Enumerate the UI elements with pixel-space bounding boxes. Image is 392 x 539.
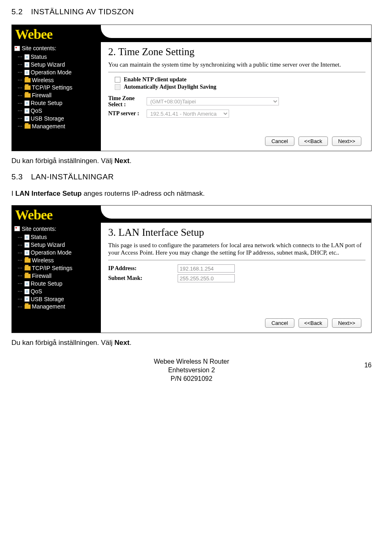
ip-address-input[interactable] (178, 264, 235, 273)
page-icon (24, 70, 29, 75)
sidebar-item-management[interactable]: ⋯Management (18, 123, 99, 130)
checkbox-label: Automatically Adjust Daylight Saving (124, 84, 216, 90)
sidebar-item-route-setup[interactable]: ⋯Route Setup (18, 99, 99, 107)
page-icon (24, 235, 29, 240)
sidebar-item-usb-storage[interactable]: ⋯USB Storage (18, 115, 99, 123)
sidebar-header: Site contents: (14, 45, 99, 52)
page-icon (24, 116, 29, 121)
section-title-text: INSTÄLLNING AV TIDSZON (31, 7, 134, 16)
panel-desc: You can maintain the system time by sync… (108, 61, 365, 69)
timezone-field: Time Zone Select : (GMT+08:00)Taipei (108, 95, 365, 108)
sidebar-item-label: TCP/IP Settings (32, 84, 72, 92)
sidebar-item-label: USB Storage (31, 115, 64, 123)
section-title-text: LAN-INSTÄLLNINGAR (31, 172, 114, 181)
ntp-server-field: NTP server : 192.5.41.41 - North America (108, 110, 365, 118)
sidebar-item-label: Management (32, 303, 65, 311)
header-bar (101, 25, 371, 42)
logo-cell: Webee (12, 206, 101, 223)
panel-desc: This page is used to configure the param… (108, 242, 365, 257)
sidebar-item-wireless[interactable]: ⋯Wireless (18, 76, 99, 84)
panel-title: 3. LAN Interface Setup (108, 227, 365, 238)
sidebar-header-label: Site contents: (22, 225, 56, 233)
sidebar-item-operation-mode[interactable]: ⋯Operation Mode (18, 69, 99, 76)
page-icon (24, 250, 29, 255)
page-footer: Webee Wireless N Router Enhetsversion 2 … (11, 358, 372, 383)
content-panel-timezone: 2. Time Zone Setting You can maintain th… (101, 42, 371, 151)
folder-icon (24, 124, 31, 129)
checkbox-daylight-saving[interactable]: Automatically Adjust Daylight Saving (115, 84, 365, 90)
sidebar-item-operation-mode[interactable]: ⋯Operation Mode (18, 249, 99, 257)
webee-logo: Webee (15, 27, 97, 41)
page-icon (24, 108, 29, 114)
paragraph-skip-2: Du kan förbigå inställningen. Välj Next. (11, 339, 372, 347)
para-text: Du kan förbigå inställningen. Välj (11, 339, 114, 347)
sidebar-item-label: QoS (31, 107, 42, 115)
page-icon (24, 54, 29, 60)
sidebar-item-label: Wireless (32, 257, 54, 264)
sidebar-item-label: Management (32, 123, 65, 130)
sidebar-item-label: Wireless (32, 76, 54, 84)
sidebar-item-tcpip[interactable]: ⋯TCP/IP Settings (18, 84, 99, 92)
section-heading-52: 5.2INSTÄLLNING AV TIDSZON (11, 7, 372, 16)
sidebar-item-label: Firewall (32, 272, 51, 280)
checkbox-icon (115, 77, 120, 83)
page-icon (24, 242, 29, 248)
sidebar-item-label: Firewall (32, 92, 51, 99)
button-row: Cancel <<Back Next>> (108, 318, 365, 328)
next-button[interactable]: Next>> (332, 318, 361, 328)
subnet-mask-input[interactable] (178, 274, 235, 282)
page-icon (24, 62, 29, 67)
sidebar-item-label: Status (31, 233, 47, 241)
sidebar-item-setup-wizard[interactable]: ⋯Setup Wizard (18, 241, 99, 249)
next-button[interactable]: Next>> (332, 136, 361, 146)
router-window-lan: Webee Site contents: ⋯Status ⋯Setup Wiza… (11, 205, 372, 333)
back-button[interactable]: <<Back (298, 136, 328, 146)
sidebar-item-tcpip[interactable]: ⋯TCP/IP Settings (18, 264, 99, 272)
panel-title: 2. Time Zone Setting (108, 46, 365, 58)
sidebar-item-status[interactable]: ⋯Status (18, 53, 99, 61)
para-text: . (129, 157, 131, 165)
sidebar-item-setup-wizard[interactable]: ⋯Setup Wizard (18, 61, 99, 69)
page-icon (24, 281, 29, 286)
sidebar-item-firewall[interactable]: ⋯Firewall (18, 272, 99, 280)
cancel-button[interactable]: Cancel (265, 136, 294, 146)
button-row: Cancel <<Back Next>> (108, 136, 365, 146)
content-panel-lan: 3. LAN Interface Setup This page is used… (101, 223, 371, 333)
sidebar-item-label: USB Storage (31, 295, 64, 303)
page-icon (24, 289, 29, 294)
ntp-server-select[interactable]: 192.5.41.41 - North America (147, 110, 229, 118)
checkbox-label: Enable NTP client update (124, 76, 187, 83)
folder-icon (24, 78, 31, 83)
sidebar-item-qos[interactable]: ⋯QoS (18, 288, 99, 295)
timezone-select[interactable]: (GMT+08:00)Taipei (147, 97, 279, 105)
sidebar-item-usb-storage[interactable]: ⋯USB Storage (18, 295, 99, 303)
paragraph-skip-1: Du kan förbigå inställningen. Välj Next. (11, 157, 372, 165)
subnet-mask-label: Subnet Mask: (108, 275, 178, 281)
sidebar-item-wireless[interactable]: ⋯Wireless (18, 257, 99, 264)
section-num: 5.2 (11, 7, 23, 16)
folder-icon (24, 304, 31, 309)
cancel-button[interactable]: Cancel (265, 318, 294, 328)
sidebar-item-qos[interactable]: ⋯QoS (18, 107, 99, 115)
para-bold: LAN Interface Setup (15, 190, 81, 197)
back-button[interactable]: <<Back (298, 318, 328, 328)
checkbox-enable-ntp[interactable]: Enable NTP client update (115, 76, 365, 83)
folder-icon (24, 258, 31, 263)
router-header: Webee (12, 25, 371, 42)
sidebar-item-label: Status (31, 53, 47, 61)
footer-line-1: Webee Wireless N Router (11, 358, 372, 366)
sidebar-item-firewall[interactable]: ⋯Firewall (18, 92, 99, 99)
site-icon (14, 226, 20, 231)
sidebar-item-route-setup[interactable]: ⋯Route Setup (18, 280, 99, 288)
sidebar-item-management[interactable]: ⋯Management (18, 303, 99, 311)
site-icon (14, 46, 20, 51)
para-text: Du kan förbigå inställningen. Välj (11, 157, 114, 165)
router-window-timezone: Webee Site contents: ⋯Status ⋯Setup Wiza… (11, 25, 372, 151)
divider (108, 72, 365, 72)
footer-line-3: P/N 60291092 (11, 375, 372, 383)
sidebar-item-label: Setup Wizard (31, 241, 65, 249)
sidebar-item-status[interactable]: ⋯Status (18, 233, 99, 241)
checkbox-icon (115, 84, 120, 90)
webee-logo: Webee (15, 208, 97, 222)
sidebar-item-label: Operation Mode (31, 69, 71, 76)
